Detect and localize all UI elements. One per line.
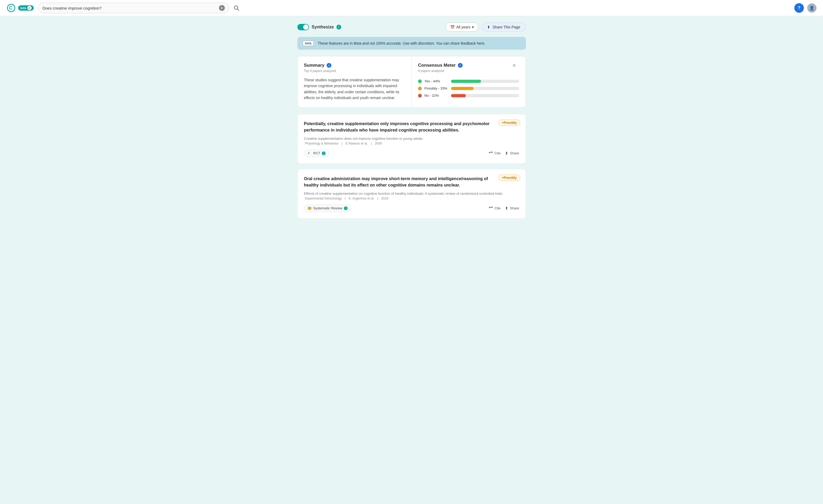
header-right: ? 👤 (794, 3, 817, 13)
year-2: 2018 (381, 197, 388, 200)
toolbar-row: Synthesize i 📅 All years ▾ ⬆ Share This … (297, 23, 526, 32)
svg-rect-6 (309, 208, 311, 208)
consensus-card: Consensus Meter i 9 papers analyzed ≡ Ye… (412, 56, 526, 107)
years-filter-button[interactable]: 📅 All years ▾ (446, 23, 479, 32)
paper-meta-2: Experimental Gerontology | K. Avgerinos … (304, 197, 519, 200)
paper-card-2: +Possibly Oral creatine administration m… (297, 169, 526, 219)
cite-icon-2: ❝❞ (489, 206, 493, 211)
svg-rect-7 (309, 208, 310, 209)
rct-icon-1: ✗ (308, 151, 312, 155)
authors-1: E.Rawson et al. (345, 142, 368, 145)
yes-label: Yes - 44% (425, 79, 448, 83)
possibly-badge-1: +Possibly (498, 120, 520, 126)
toolbar-actions: 📅 All years ▾ ⬆ Share This Page (446, 23, 526, 32)
no-bar-fill (451, 94, 466, 97)
consensus-row-no: No - 22% (418, 94, 519, 98)
beta-tag: beta (303, 41, 314, 46)
main-content: Synthesize i 📅 All years ▾ ⬆ Share This … (292, 16, 531, 230)
yes-dot (418, 79, 422, 83)
consensus-bars: Yes - 44% Possibly - 33% No - 22% (418, 79, 519, 98)
possibly-bar-bg (451, 87, 519, 90)
paper-actions-1: ❝❞ Cite ⬆ Share (489, 151, 519, 156)
beta-badge: beta 1 (18, 5, 34, 11)
logo-icon: C (6, 3, 16, 13)
consensus-header-row: Consensus Meter i 9 papers analyzed ≡ (418, 63, 519, 77)
possibly-bar-fill (451, 87, 474, 90)
paper-card-1: +Possibly Potentially, creatine suppleme… (297, 114, 526, 164)
no-dot (418, 94, 422, 98)
beta-notice-text: These features are in Beta and not 100% … (318, 41, 485, 45)
svg-rect-5 (308, 207, 311, 210)
consensus-title: Consensus Meter i (418, 63, 463, 68)
search-button[interactable] (233, 5, 239, 11)
possibly-dot (418, 87, 422, 90)
synthesize-info-icon[interactable]: i (336, 25, 341, 29)
search-input[interactable] (42, 6, 217, 10)
beta-notice: beta These features are in Beta and not … (297, 37, 526, 50)
journal-1: Physiology & Behaviour (305, 142, 339, 145)
filter-icon[interactable]: ≡ (513, 63, 519, 69)
journal-2: Experimental Gerontology (305, 197, 342, 200)
calendar-icon: 📅 (450, 25, 455, 29)
synthesize-label: Synthesize (312, 25, 334, 29)
possibly-badge-2: +Possibly (498, 175, 520, 181)
no-bar-bg (451, 94, 519, 97)
cite-icon-1: ❝❞ (489, 151, 493, 156)
consensus-row-yes: Yes - 44% (418, 79, 519, 83)
help-button[interactable]: ? (794, 3, 804, 13)
share-button-2[interactable]: ⬆ Share (505, 206, 519, 211)
consensus-info-icon[interactable]: i (458, 63, 463, 68)
rct-tag-1: ✗ RCT i (304, 150, 329, 157)
share-icon: ⬆ (487, 25, 490, 29)
toggle-knob (303, 24, 309, 30)
paper-subtitle-1: Creatine supplementation does not improv… (304, 137, 519, 141)
paper-subtitle-2: Effects of creatine supplementation on c… (304, 192, 519, 195)
svg-text:✗: ✗ (308, 151, 310, 155)
summary-text: These studies suggest that creatine supp… (304, 77, 405, 101)
share-button-1[interactable]: ⬆ Share (505, 151, 519, 156)
systematic-review-tag-2: Systematic Review i (304, 205, 351, 212)
paper-title-1[interactable]: Potentially, creatine supplementation on… (304, 121, 519, 133)
summary-info-icon[interactable]: i (327, 63, 331, 68)
paper-footer-1: ✗ RCT i ❝❞ Cite ⬆ Share (304, 150, 519, 157)
year-1: 2008 (375, 142, 382, 145)
search-clear-button[interactable]: ✕ (219, 5, 225, 11)
svg-text:C: C (9, 5, 12, 11)
systematic-review-icon-2 (308, 206, 312, 210)
cards-row: Summary i Top 9 papers analyzed These st… (297, 56, 526, 108)
paper-actions-2: ❝❞ Cite ⬆ Share (489, 206, 519, 211)
summary-card: Summary i Top 9 papers analyzed These st… (298, 56, 412, 107)
svg-line-3 (237, 9, 239, 11)
authors-2: K. Avgerinos et al. (349, 197, 374, 200)
share-icon-1: ⬆ (505, 151, 508, 156)
rct-info-icon-1[interactable]: i (322, 151, 326, 155)
synthesize-toggle-switch[interactable] (297, 24, 309, 30)
logo-area: C beta 1 (6, 3, 34, 13)
search-bar: ✕ (38, 3, 229, 13)
cite-button-1[interactable]: ❝❞ Cite (489, 151, 501, 156)
paper-footer-2: Systematic Review i ❝❞ Cite ⬆ Share (304, 205, 519, 212)
avatar-icon: 👤 (809, 6, 815, 11)
chevron-down-icon: ▾ (472, 25, 474, 29)
avatar-button[interactable]: 👤 (807, 3, 817, 13)
no-label: No - 22% (425, 94, 448, 98)
possibly-label: Possibly - 33% (425, 87, 448, 90)
share-page-button[interactable]: ⬆ Share This Page (482, 23, 526, 32)
summary-title: Summary i (304, 63, 405, 68)
paper-title-2[interactable]: Oral creatine administration may improve… (304, 176, 519, 188)
paper-meta-1: Physiology & Behaviour | E.Rawson et al.… (304, 142, 519, 145)
synthesize-toggle: Synthesize i (297, 24, 341, 30)
share-icon-2: ⬆ (505, 206, 508, 211)
header: C beta 1 ✕ ? 👤 (0, 0, 823, 16)
summary-subtitle: Top 9 papers analyzed (304, 69, 405, 73)
yes-bar-bg (451, 80, 519, 83)
consensus-subtitle: 9 papers analyzed (418, 69, 463, 73)
cite-button-2[interactable]: ❝❞ Cite (489, 206, 501, 211)
consensus-row-possibly: Possibly - 33% (418, 87, 519, 90)
yes-bar-fill (451, 80, 481, 83)
systematic-review-info-icon-2[interactable]: i (344, 206, 348, 210)
